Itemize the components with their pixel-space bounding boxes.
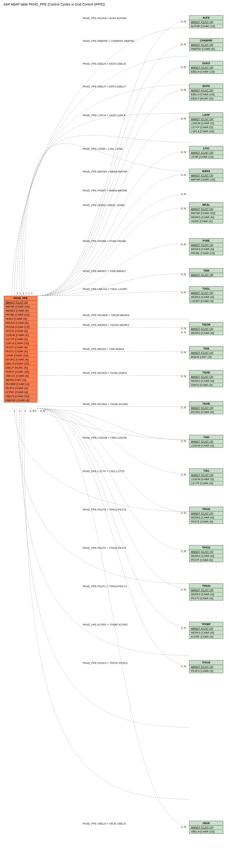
- entity-field: MANDT [CLNT (3)]: [190, 174, 223, 178]
- entity-field: MANDT [CLNT (3)]: [190, 375, 223, 379]
- edge-label: PKHD_PPE-VERID = MKAL-VERID: [83, 204, 125, 207]
- entity-header: MARA: [190, 169, 223, 174]
- entity-header: EKPO: [190, 84, 223, 89]
- entity-header: TPK01: [190, 507, 223, 512]
- cardinality-source: 0..N: [30, 409, 34, 412]
- cardinality-target: 0..N: [181, 550, 186, 553]
- entity-field: MANDT [CLNT (3)]: [190, 20, 223, 24]
- entity-field: EBELN [CHAR (10)]: [190, 70, 223, 73]
- entity-field: EBELP [NUMC (5)]: [190, 97, 223, 100]
- entity-field: WERKS [CHAR (4)]: [190, 631, 223, 635]
- cardinality-target: 0..N: [181, 406, 186, 409]
- cardinality-target: 0..N: [181, 66, 186, 68]
- entity-main-field: MATNR [CHAR (18)]: [4, 305, 37, 309]
- cardinality-source: 1: [28, 292, 30, 295]
- entity-field: MANDT [CLNT (3)]: [190, 327, 223, 331]
- entity-tpk02: TPK02MANDT [CLNT (3)]WERKS [CHAR (4)]PKS…: [189, 545, 223, 562]
- edge-label: PKHD_PPE-LGPLA = LAGP-LGPLA: [83, 114, 125, 117]
- entity-field: PRVBE [CHAR (10)]: [190, 251, 223, 255]
- cardinality-target: 0..N: [181, 273, 186, 276]
- entity-field: MANDT [CLNT (3)]: [190, 826, 223, 830]
- entity-tpk01: TPK01MANDT [CLNT (3)]WERKS [CHAR (4)]PKS…: [189, 507, 223, 524]
- cardinality-target: 0..N: [181, 20, 186, 23]
- cardinality-source: 1: [17, 292, 18, 295]
- entity-main-field: PRVBE [CHAR (10)]: [4, 313, 37, 317]
- entity-main-header: PKHD_PPE: [4, 296, 37, 301]
- edge-label: PKHD_PPE-MATNR = MARA-MATNR: [83, 170, 127, 173]
- edge-label: PKHD_PPE-EBELP = EKPO-EBELP: [83, 85, 126, 88]
- entity-header: T024D: [190, 370, 223, 375]
- entity-main-field: UMLGO [CHAR (4)]: [4, 374, 37, 378]
- cardinality-target: 0..N: [181, 327, 186, 330]
- entity-lfa1: LFA1MANDT [CLNT (3)]LIFNR [CHAR (10)]: [189, 146, 223, 159]
- entity-field: MATNR [CHAR (18)]: [190, 178, 223, 182]
- diagram-canvas: PKHD_PPE MANDT [CLNT (3)]MATNR [CHAR (18…: [2, 8, 226, 864]
- entity-header: T006: [190, 346, 223, 351]
- edge-label: PKHD_PPE-EBELN = EKKO-EBELN: [83, 62, 126, 65]
- entity-t006: T006MANDT [CLNT (3)]MSEHI [UNIT (3)]: [189, 346, 223, 359]
- entity-ekpo: EKPOMANDT [CLNT (3)]EBELN [CHAR (10)]EBE…: [189, 84, 223, 101]
- cardinality-target: 0..N: [181, 43, 186, 46]
- entity-field: MANDT [CLNT (3)]: [190, 151, 223, 155]
- entity-field: MANDT [CLNT (3)]: [190, 550, 223, 554]
- entity-header: MKAL: [190, 203, 223, 207]
- cardinality-source: 1: [25, 409, 26, 412]
- entity-field: MANDT [CLNT (3)]: [190, 588, 223, 592]
- edge-label: PKHD_PPE-PKSFG = TPKSF-PKSFG: [83, 661, 128, 664]
- cardinality-source: 1: [23, 292, 24, 295]
- entity-t024d: T024DMANDT [CLNT (3)]WERKS [CHAR (4)]DIS…: [189, 370, 223, 387]
- cardinality-source: 1: [20, 292, 21, 295]
- entity-field: WERKS [CHAR (4)]: [190, 592, 223, 596]
- entity-field: MANDT [CLNT (3)]: [190, 351, 223, 355]
- entity-main-field: VERID [CHAR (4)]: [4, 317, 37, 321]
- cardinality-source: 1: [31, 292, 33, 295]
- entity-ekko: EKKOMANDT [CLNT (3)]EBELN [CHAR (10)]: [189, 61, 223, 74]
- entity-main-field: PKUMW [CHAR (4)]: [4, 382, 37, 386]
- entity-header: T000: [190, 269, 223, 273]
- entity-t300: T300MANDT [CLNT (3)]LGNUM [CHAR (3)]: [189, 435, 223, 448]
- entity-field: MANDT [CLNT (3)]: [190, 665, 223, 669]
- entity-field: PKSTF [CHAR (4)]: [190, 558, 223, 562]
- entity-field: PKSFG [CHAR (4)]: [190, 669, 223, 673]
- entity-header: AUFK: [190, 16, 223, 20]
- page-title: SAP ABAP table PKHD_PPE {Control Cycles …: [2, 2, 228, 6]
- entity-field: LGPLA [CHAR (10)]: [190, 129, 223, 133]
- entity-field: MSEHI [UNIT (3)]: [190, 355, 223, 359]
- entity-header: TPK03: [190, 584, 223, 588]
- edge-label: PKHD_PPE-MEINS = T006-MSEHI: [83, 348, 124, 350]
- entity-t000: T000MANDT [CLNT (3)]: [189, 268, 223, 277]
- entity-field: WERKS [CHAR (4)]: [190, 379, 223, 383]
- entity-field: LGNUM [CHAR (3)]: [190, 477, 223, 482]
- entity-field: WERKS [CHAR (4)]: [190, 247, 223, 251]
- entity-field: PABPRF [CHAR (4)]: [190, 47, 223, 51]
- entity-lagp: LAGPMANDT [CLNT (3)]LGNUM [CHAR (3)]LGTY…: [189, 113, 223, 133]
- edge-label: PKHD_PPE-LIFNR = LFA1-LIFNR: [83, 148, 123, 150]
- edge-label: PKHD_PPE-VBELN = VBUK-VBELN: [83, 822, 126, 825]
- entity-field: MANDT [CLNT (3)]: [190, 406, 223, 410]
- entity-main-field: PKSTF [CHAR (4)]: [4, 345, 37, 349]
- cardinality-source: 0..N: [40, 409, 45, 412]
- entity-header: T024E: [190, 402, 223, 406]
- entity-header: PVBE: [190, 239, 223, 243]
- edge-label: PKHD_PPE-EKORG = T024E-EKORG: [83, 403, 128, 406]
- entity-header: T001L: [190, 286, 223, 291]
- entity-main-field: WERKS [CHAR (4)]: [4, 309, 37, 313]
- edge-label: PKHD_PPE-UMLGO = T001L-LGORT: [83, 288, 128, 290]
- entity-header: TPK02: [190, 545, 223, 550]
- edge-label: PKHD_PPE-WERKS = T001W-WERKS: [83, 323, 129, 327]
- entity-main-field: MANDT [CLNT (3)]: [4, 301, 37, 305]
- entity-header: VBUK: [190, 821, 223, 826]
- edge-label: PKHD_PPE-PKOSA = AUFK-AUFNR: [83, 17, 126, 20]
- entity-main-field: PKSFG [CHAR (4)]: [4, 386, 37, 390]
- entity-main-field: PKOSA [CHAR (12)]: [4, 325, 37, 329]
- entity-field: MANDT [CLNT (3)]: [190, 207, 223, 211]
- entity-header: TPKBP: [190, 622, 223, 627]
- entity-main-field: MEINS [UNIT (3)]: [4, 378, 37, 382]
- cardinality-target: 0..N: [181, 331, 186, 334]
- entity-aufk: AUFKMANDT [CLNT (3)]AUFNR [CHAR (12)]: [189, 16, 223, 28]
- entity-field: WERKS [CHAR (4)]: [190, 516, 223, 520]
- entity-field: KCPRF [CHAR (4)]: [190, 635, 223, 639]
- entity-main-field: PKSTE [CHAR (4)]: [4, 329, 37, 333]
- entity-field: MATNR [CHAR (18)]: [190, 211, 223, 215]
- cardinality-target: 0..N: [181, 665, 186, 668]
